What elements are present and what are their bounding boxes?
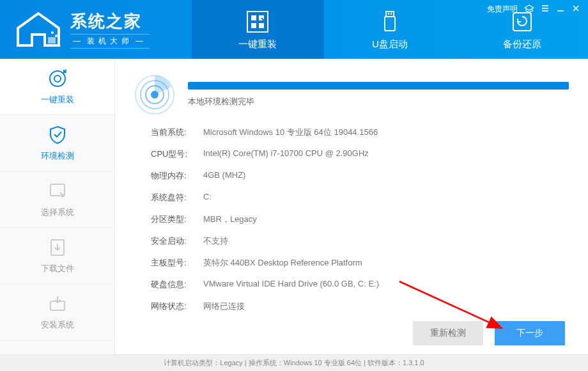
sidebar-item-label: 环境检测: [41, 150, 74, 162]
info-value: 英特尔 440BX Desktop Reference Platform: [203, 257, 362, 269]
tab-label: 备份还原: [503, 38, 541, 51]
usb-icon: [377, 9, 403, 35]
logo-subtitle: 装机大师: [70, 34, 150, 49]
sidebar-item-install[interactable]: 安装系统: [0, 284, 114, 340]
info-label: 安全启动:: [151, 235, 203, 247]
info-value: Microsoft Windows 10 专业版 64位 19044.1566: [203, 127, 378, 138]
tab-reinstall[interactable]: 一键重装: [192, 0, 324, 59]
download-icon: [47, 237, 68, 258]
select-icon: [47, 181, 68, 201]
svg-rect-10: [388, 13, 389, 15]
info-label: 物理内存:: [151, 170, 203, 182]
info-row-network: 网络状态: 网络已连接: [151, 301, 569, 312]
close-button[interactable]: [571, 4, 580, 15]
info-value: 4GB (MHZ): [203, 170, 245, 182]
sidebar-item-reinstall[interactable]: 一键重装: [0, 59, 114, 115]
svg-rect-12: [513, 13, 531, 31]
sidebar-item-env-check[interactable]: 环境检测: [0, 115, 114, 171]
logo-house-icon: [13, 10, 64, 49]
tab-usb-boot[interactable]: U盘启动: [324, 0, 456, 59]
svg-rect-0: [48, 37, 56, 43]
windows-icon: [245, 9, 270, 35]
install-icon: [47, 294, 68, 314]
info-row-drive: 系统盘符: C:: [151, 192, 569, 203]
progress-text: 本地环境检测完毕: [188, 96, 569, 107]
svg-point-14: [54, 75, 61, 82]
radar-icon: [134, 74, 175, 115]
disclaimer-link[interactable]: 免责声明: [487, 4, 518, 15]
sidebar-item-label: 一键重装: [41, 94, 74, 106]
body: 一键重装 环境检测 选择系统 下载文件: [0, 59, 588, 354]
progress-area: 本地环境检测完毕: [188, 82, 569, 107]
tab-label: U盘启动: [372, 38, 408, 51]
info-value: 网络已连接: [203, 301, 245, 312]
target-icon: [47, 68, 68, 89]
info-row-secureboot: 安全启动: 不支持: [151, 235, 569, 247]
svg-rect-4: [251, 15, 256, 20]
shield-check-icon: [47, 125, 68, 145]
info-row-os: 当前系统: Microsoft Windows 10 专业版 64位 19044…: [151, 127, 569, 138]
info-label: CPU型号:: [151, 148, 203, 160]
detect-header: 本地环境检测完毕: [134, 74, 569, 115]
sidebar: 一键重装 环境检测 选择系统 下载文件: [0, 59, 115, 354]
minimize-button[interactable]: [556, 4, 565, 15]
status-bar: 计算机启动类型：Legacy | 操作系统：Windows 10 专业版 64位…: [0, 354, 588, 371]
main-content: 本地环境检测完毕 当前系统: Microsoft Windows 10 专业版 …: [115, 59, 588, 354]
sidebar-item-download[interactable]: 下载文件: [0, 228, 114, 284]
sidebar-item-select-system[interactable]: 选择系统: [0, 171, 114, 228]
info-label: 主板型号:: [151, 257, 203, 269]
svg-rect-7: [259, 23, 264, 28]
info-value: MBR，Legacy: [203, 214, 257, 225]
tab-label: 一键重装: [238, 38, 277, 51]
menu-icon[interactable]: [541, 4, 550, 15]
logo-area: 系统之家 装机大师: [0, 10, 192, 49]
info-value: 不支持: [203, 235, 228, 247]
info-label: 分区类型:: [151, 214, 203, 225]
info-value: Intel(R) Core(TM) i7-10700 CPU @ 2.90GHz: [203, 148, 369, 160]
info-label: 系统盘符:: [151, 192, 203, 203]
graduate-icon[interactable]: [524, 4, 534, 15]
info-row-motherboard: 主板型号: 英特尔 440BX Desktop Reference Platfo…: [151, 257, 569, 269]
svg-rect-6: [251, 23, 256, 28]
info-label: 网络状态:: [151, 301, 203, 312]
logo-title: 系统之家: [70, 10, 150, 33]
action-buttons: 重新检测 下一步: [413, 321, 565, 345]
recheck-button[interactable]: 重新检测: [413, 321, 483, 345]
info-row-cpu: CPU型号: Intel(R) Core(TM) i7-10700 CPU @ …: [151, 148, 569, 160]
info-label: 硬盘信息:: [151, 279, 203, 290]
sidebar-item-label: 安装系统: [41, 319, 74, 331]
sidebar-item-label: 下载文件: [41, 263, 74, 274]
status-text: 计算机启动类型：Legacy | 操作系统：Windows 10 专业版 64位…: [164, 358, 424, 368]
info-row-disk: 硬盘信息: VMware Virtual IDE Hard Drive (60.…: [151, 279, 569, 290]
top-right-controls: 免责声明: [487, 4, 580, 15]
info-label: 当前系统:: [151, 127, 203, 138]
info-list: 当前系统: Microsoft Windows 10 专业版 64位 19044…: [134, 127, 569, 312]
svg-rect-8: [386, 12, 394, 17]
info-row-memory: 物理内存: 4GB (MHZ): [151, 170, 569, 182]
svg-rect-9: [385, 17, 395, 31]
header: 系统之家 装机大师 一键重装 U盘启动: [0, 0, 588, 59]
svg-rect-11: [391, 13, 392, 15]
progress-bar: [188, 82, 569, 90]
info-value: C:: [203, 192, 212, 203]
info-row-partition: 分区类型: MBR，Legacy: [151, 214, 569, 225]
svg-point-2: [55, 35, 58, 37]
next-button[interactable]: 下一步: [495, 321, 565, 345]
info-value: VMware Virtual IDE Hard Drive (60.0 GB, …: [203, 279, 379, 290]
svg-point-1: [51, 31, 54, 34]
sidebar-item-label: 选择系统: [41, 207, 74, 218]
